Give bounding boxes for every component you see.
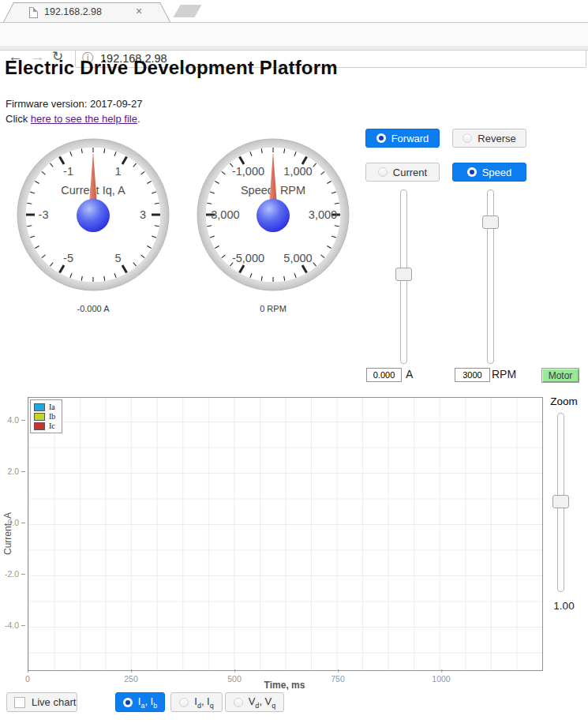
y-tick-label: 0.0 bbox=[7, 518, 19, 527]
gauge-scale-label: 3,000 bbox=[309, 208, 337, 221]
help-prefix: Click bbox=[6, 113, 31, 125]
help-line: Click here to see the help file. bbox=[6, 113, 140, 125]
live-chart-button[interactable]: Live chart bbox=[6, 692, 77, 712]
speed-setpoint-input[interactable] bbox=[455, 368, 490, 382]
selector-ia-ib-button[interactable]: Ia, Ib bbox=[115, 692, 165, 712]
selector-id-iq-button[interactable]: Id, Iq bbox=[170, 692, 223, 712]
new-tab-button[interactable] bbox=[173, 5, 201, 17]
toolbar-divider bbox=[0, 46, 588, 51]
legend-swatch-icon bbox=[34, 422, 45, 430]
gauge-scale-label: 1 bbox=[114, 165, 121, 178]
speed-unit-label: RPM bbox=[492, 368, 516, 380]
page-title: Electric Drive Development Platform bbox=[5, 57, 338, 79]
speed-readout: 0 RPM bbox=[196, 304, 350, 313]
radio-off-icon bbox=[378, 167, 388, 177]
legend-swatch-icon bbox=[34, 413, 45, 421]
speed-gauge: -1,0001,000-3,0003,000-5,0005,000 Speed,… bbox=[196, 137, 350, 292]
forward-button[interactable]: Forward bbox=[365, 129, 440, 148]
help-suffix: . bbox=[137, 113, 140, 125]
motor-button[interactable]: Motor bbox=[541, 368, 579, 383]
browser-tab-strip: 192.168.2.98 × bbox=[0, 0, 588, 22]
selector-ia-ib-label: Ia, Ib bbox=[138, 695, 158, 710]
reverse-button[interactable]: Reverse bbox=[452, 129, 526, 148]
radio-on-icon bbox=[467, 167, 477, 177]
zoom-label: Zoom bbox=[540, 395, 588, 407]
legend-swatch-icon bbox=[34, 403, 45, 411]
live-chart-label: Live chart bbox=[32, 696, 76, 708]
legend-entry: Ib bbox=[34, 412, 55, 421]
current-slider-thumb[interactable] bbox=[395, 268, 412, 281]
gauge-scale-label: 1,000 bbox=[283, 165, 312, 178]
selector-id-iq-label: Id, Iq bbox=[194, 695, 214, 710]
x-axis-ticks: 02505007501000 bbox=[28, 669, 541, 680]
speed-mode-label: Speed bbox=[482, 167, 512, 178]
radio-on-icon bbox=[376, 133, 386, 143]
legend-entry: Ia bbox=[34, 403, 55, 411]
selector-vd-vq-label: Vd, Vq bbox=[249, 695, 276, 710]
selector-vd-vq-button[interactable]: Vd, Vq bbox=[225, 692, 284, 712]
legend-entry: Ic bbox=[34, 422, 55, 430]
page-doc-icon bbox=[29, 7, 38, 18]
y-tick-label: 4.0 bbox=[7, 415, 19, 425]
current-mode-button[interactable]: Current bbox=[365, 163, 440, 182]
gauge-scale-label: -1 bbox=[63, 165, 73, 178]
legend-label: Ia bbox=[49, 403, 55, 411]
forward-label: Forward bbox=[391, 133, 429, 144]
gauge-hub bbox=[77, 199, 110, 232]
gauge-scale-label: -5,000 bbox=[232, 252, 264, 264]
tab-title: 192.168.2.98 bbox=[44, 6, 102, 17]
radio-off-icon bbox=[463, 133, 472, 143]
radio-off-icon bbox=[234, 698, 243, 707]
chart-plot-area[interactable] bbox=[28, 397, 543, 671]
tab-close-icon[interactable]: × bbox=[136, 5, 142, 17]
gauge-scale-label: 5 bbox=[114, 252, 121, 264]
y-tick-label: 2.0 bbox=[7, 467, 19, 476]
gauge-scale-label: -3 bbox=[39, 208, 49, 221]
y-tick-label: -4.0 bbox=[5, 620, 19, 630]
x-axis-title: Time, ms bbox=[28, 680, 541, 691]
radio-on-icon bbox=[123, 698, 133, 707]
current-gauge: -11-33-55 Current Iq, A bbox=[16, 137, 170, 292]
speed-mode-button[interactable]: Speed bbox=[452, 163, 526, 182]
gauge-scale-label: -3,000 bbox=[207, 208, 239, 221]
zoom-slider-thumb[interactable] bbox=[552, 495, 569, 508]
gauge-hub bbox=[257, 199, 290, 232]
current-setpoint-input[interactable] bbox=[366, 368, 402, 382]
y-tick-label: -2.0 bbox=[5, 569, 19, 579]
y-axis-ticks: 4.02.00.0-2.0-4.0 bbox=[0, 397, 26, 669]
legend-label: Ib bbox=[49, 412, 55, 421]
speed-slider-thumb[interactable] bbox=[482, 215, 499, 229]
gauge-scale-label: -5 bbox=[63, 252, 73, 264]
gauge-scale-label: -1,000 bbox=[232, 165, 264, 178]
current-unit-label: A bbox=[406, 368, 413, 380]
help-link[interactable]: here to see the help file bbox=[31, 113, 137, 125]
current-readout: -0.000 A bbox=[16, 304, 170, 313]
firmware-version: Firmware version: 2017-09-27 bbox=[6, 98, 142, 110]
gauge-scale-label: 5,000 bbox=[283, 252, 312, 264]
legend-label: Ic bbox=[49, 422, 55, 430]
chart-legend: IaIbIc bbox=[30, 399, 62, 433]
checkbox-icon bbox=[14, 697, 25, 708]
gauge-scale-label: 3 bbox=[140, 208, 146, 221]
browser-toolbar: ← → ↻ ⓘ 192.168.2.98 bbox=[0, 22, 588, 46]
zoom-value: 1.00 bbox=[540, 600, 588, 612]
current-mode-label: Current bbox=[393, 167, 427, 178]
radio-off-icon bbox=[179, 698, 189, 707]
reverse-label: Reverse bbox=[478, 133, 515, 144]
